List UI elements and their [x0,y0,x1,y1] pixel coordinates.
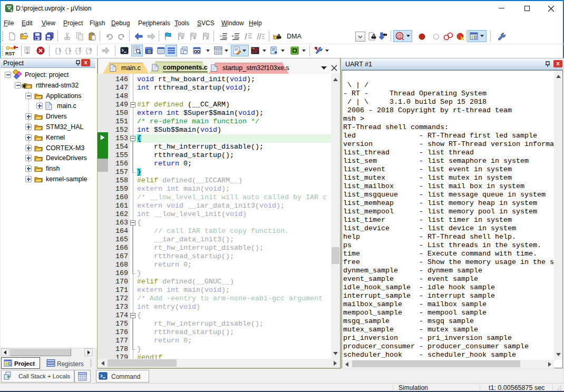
svg-text:{}: {} [85,47,92,55]
svg-text:RST: RST [5,51,15,56]
svg-text:s: s [11,8,13,12]
svg-text:S: S [148,49,151,54]
svg-text:{}: {} [74,47,82,55]
svg-text:@: @ [397,33,402,39]
